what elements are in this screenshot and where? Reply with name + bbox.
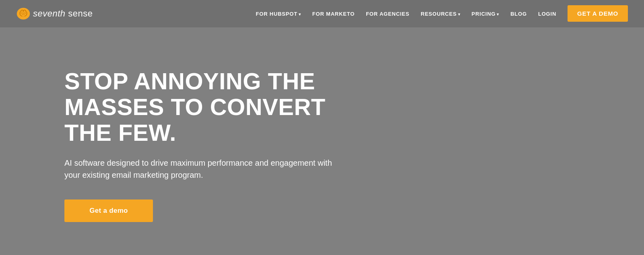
- nav-item-agencies[interactable]: FOR AGENCIES: [366, 10, 409, 17]
- nav-cta-item[interactable]: Get a demo: [568, 10, 628, 17]
- hero-cta-button[interactable]: Get a demo: [64, 199, 153, 222]
- nav-item-hubspot[interactable]: FOR HUBSPOT▾: [256, 10, 301, 17]
- logo[interactable]: seventh sense: [16, 6, 93, 21]
- nav-cta-button[interactable]: Get a demo: [568, 5, 628, 22]
- nav-item-blog[interactable]: BLOG: [510, 10, 527, 17]
- nav-links: FOR HUBSPOT▾ FOR MARKETO FOR AGENCIES RE…: [256, 10, 628, 17]
- nav-item-marketo[interactable]: FOR MARKETO: [312, 10, 355, 17]
- nav-item-pricing[interactable]: PRICING▾: [472, 10, 500, 17]
- nav-item-login[interactable]: LOGIN: [538, 10, 556, 17]
- logo-text: seventh sense: [33, 8, 93, 19]
- brain-icon: [16, 6, 31, 21]
- navbar: seventh sense FOR HUBSPOT▾ FOR MARKETO F…: [0, 0, 644, 27]
- hero-headline: STOP ANNOYING THE MASSES TO CONVERT THE …: [64, 68, 362, 145]
- hero-section: STOP ANNOYING THE MASSES TO CONVERT THE …: [0, 27, 644, 255]
- nav-item-resources[interactable]: RESOURCES▾: [421, 10, 460, 17]
- hero-subheading: AI software designed to drive maximum pe…: [64, 157, 338, 181]
